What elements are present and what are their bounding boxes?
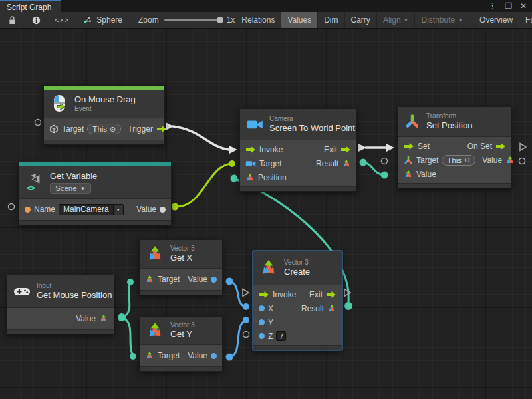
tab-title: Script Graph: [7, 3, 51, 12]
object-port-dot[interactable]: [160, 207, 166, 213]
node-set-position[interactable]: Transform Set Position Set On Set Target…: [398, 106, 512, 188]
port-label-z: Z: [268, 332, 273, 341]
vector3-port-icon[interactable]: [404, 170, 413, 179]
wire-end-arrow: [229, 146, 237, 154]
port-indicator: [35, 120, 41, 126]
float-port-dot[interactable]: [259, 333, 265, 339]
port-label-value-in: Value: [416, 170, 436, 179]
node-category: Vector 3: [284, 259, 310, 267]
vector3-port-icon[interactable]: [327, 304, 336, 313]
vector3-icon: [146, 245, 164, 263]
full-screen-button[interactable]: Full Screen: [519, 12, 532, 28]
wire-gety-y[interactable]: [229, 321, 245, 357]
toolbar-button-group: Relations Values Dim Carry Align▼ Distri…: [235, 12, 532, 28]
port-label-result: Result: [316, 159, 338, 168]
flow-arrow-icon[interactable]: [404, 142, 414, 150]
vector3-port-icon[interactable]: [99, 314, 108, 323]
port-label-target: Target: [158, 351, 180, 360]
camera-port-icon[interactable]: [245, 160, 256, 168]
script-graph-window: On Mouse Drag Event Target This⊙ Trigger…: [0, 0, 532, 399]
dim-button[interactable]: Dim: [318, 12, 344, 28]
flow-arrow-icon[interactable]: [495, 142, 506, 150]
port-indicator: [520, 144, 526, 151]
vector3-port-icon[interactable]: [245, 173, 255, 182]
wire-variable-target[interactable]: [175, 164, 231, 207]
port-label-x: X: [268, 304, 273, 313]
port-label-value: Value: [188, 275, 207, 284]
carry-button[interactable]: Carry: [345, 12, 377, 28]
target-scope-icon: ⊙: [464, 156, 470, 164]
chevron-down-icon: ▼: [80, 186, 86, 192]
node-on-mouse-drag[interactable]: On Mouse Drag Event Target This⊙ Trigger: [43, 85, 165, 145]
mouse-drag-icon: [50, 94, 68, 113]
overview-button[interactable]: Overview: [473, 12, 519, 28]
info-button[interactable]: [24, 12, 48, 28]
node-category: Event: [74, 105, 136, 113]
this-pill[interactable]: This⊙: [87, 124, 121, 134]
z-value-field[interactable]: 7: [276, 331, 286, 341]
port-indicator: [519, 158, 525, 164]
node-get-mouse-position[interactable]: Input Get Mouse Position Value: [7, 275, 114, 334]
code-preview-button[interactable]: <×>: [48, 12, 76, 28]
info-icon: [31, 15, 41, 25]
node-title: On Mouse Drag: [74, 94, 136, 105]
flow-arrow-icon[interactable]: [245, 146, 256, 154]
variable-kind-dropdown[interactable]: Scene▼: [50, 183, 91, 194]
flow-arrow-icon[interactable]: [340, 146, 351, 154]
port-label-value: Value: [136, 205, 156, 214]
float-port-dot[interactable]: [211, 353, 217, 359]
flow-arrow-icon[interactable]: [326, 291, 336, 299]
flow-arrow-icon[interactable]: [259, 291, 269, 299]
transform-port-icon[interactable]: [404, 156, 413, 165]
float-port-dot[interactable]: [211, 277, 217, 283]
wire-mousepos-gety[interactable]: [122, 317, 133, 356]
port-label-invoke: Invoke: [273, 290, 296, 299]
string-port-dot[interactable]: [25, 207, 31, 213]
zoom-control: Zoom 1x: [138, 15, 235, 25]
chevron-down-icon: ▼: [458, 17, 463, 23]
tab-script-graph[interactable]: Script Graph: [0, 0, 61, 12]
zoom-value: 1x: [227, 15, 235, 25]
port-indicator: [9, 204, 15, 210]
node-title: Get Variable: [50, 171, 97, 182]
vector3-port-icon[interactable]: [145, 275, 154, 284]
node-vector3-create[interactable]: Vector 3 Create Invoke Exit X Result: [253, 251, 342, 350]
port-label-y: Y: [268, 318, 273, 327]
node-screen-to-world-point[interactable]: Camera Screen To World Point Invoke Exit…: [239, 108, 357, 192]
vector3-port-icon[interactable]: [505, 156, 515, 165]
port-label-target: Target: [62, 124, 84, 134]
chevron-down-icon[interactable]: ▼: [113, 205, 123, 215]
wire-mousepos-getx[interactable]: [122, 283, 130, 317]
graph-breadcrumb[interactable]: Sphere: [76, 15, 129, 25]
node-get-x[interactable]: Vector 3 Get X Target Value: [139, 239, 223, 295]
port-indicator: [382, 158, 388, 164]
values-button[interactable]: Values: [281, 12, 318, 28]
menu-icon[interactable]: ⋮: [488, 2, 497, 10]
zoom-label: Zoom: [138, 15, 159, 25]
port-label-target: Target: [158, 275, 180, 284]
flow-arrow-icon[interactable]: [156, 125, 167, 133]
relations-button[interactable]: Relations: [235, 12, 281, 28]
node-category: Input: [37, 282, 112, 290]
port-label-invoke: Invoke: [259, 145, 283, 154]
this-pill[interactable]: This⊙: [442, 155, 475, 166]
port-label-result: Result: [301, 304, 324, 313]
float-port-dot[interactable]: [259, 319, 265, 325]
close-icon[interactable]: ✕: [520, 2, 527, 10]
vector3-port-icon[interactable]: [342, 159, 351, 168]
align-button[interactable]: Align▼: [377, 12, 416, 28]
lock-button[interactable]: [0, 12, 24, 28]
wire-trigger-invoke[interactable]: [173, 126, 229, 150]
variable-name-field[interactable]: MainCamera ▼: [59, 204, 124, 215]
float-port-dot[interactable]: [259, 305, 265, 311]
vector3-port-icon[interactable]: [145, 351, 154, 360]
maximize-icon[interactable]: ❐: [505, 2, 512, 10]
node-title: Set Position: [426, 120, 472, 131]
node-get-variable[interactable]: <> Get Variable Scene▼ Name MainCamera ▼…: [19, 162, 172, 225]
zoom-slider-handle[interactable]: [217, 17, 223, 23]
zoom-slider[interactable]: [164, 19, 221, 21]
node-get-y[interactable]: Vector 3 Get Y Target Value: [139, 316, 223, 372]
distribute-button[interactable]: Distribute▼: [415, 12, 469, 28]
port-label-trigger: Trigger: [128, 124, 153, 134]
port-label-set: Set: [418, 142, 430, 151]
